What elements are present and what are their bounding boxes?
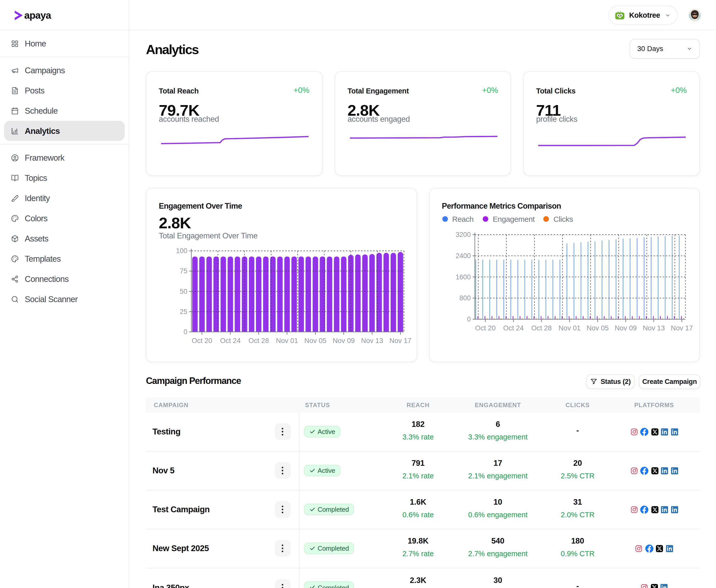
svg-text:Oct 24: Oct 24 xyxy=(503,324,523,332)
svg-text:100: 100 xyxy=(176,247,187,255)
svg-text:2400: 2400 xyxy=(455,252,471,260)
svg-text:25: 25 xyxy=(180,308,187,315)
svg-text:Nov 13: Nov 13 xyxy=(643,324,665,332)
svg-text:Nov 09: Nov 09 xyxy=(614,324,636,332)
svg-text:Nov 17: Nov 17 xyxy=(389,337,411,344)
svg-text:Oct 24: Oct 24 xyxy=(220,337,241,344)
svg-text:Nov 13: Nov 13 xyxy=(361,337,383,344)
svg-text:Nov 17: Nov 17 xyxy=(671,324,693,332)
svg-text:1600: 1600 xyxy=(455,273,471,281)
svg-text:Oct 28: Oct 28 xyxy=(248,337,269,344)
svg-text:0: 0 xyxy=(183,328,187,336)
svg-text:800: 800 xyxy=(459,294,471,302)
svg-text:Nov 01: Nov 01 xyxy=(276,337,298,344)
svg-text:Oct 20: Oct 20 xyxy=(475,324,495,332)
svg-text:Oct 28: Oct 28 xyxy=(531,324,551,332)
svg-text:0: 0 xyxy=(467,315,471,323)
svg-text:Oct 20: Oct 20 xyxy=(192,337,212,344)
svg-text:50: 50 xyxy=(180,288,187,295)
svg-text:75: 75 xyxy=(180,267,187,275)
svg-text:Nov 01: Nov 01 xyxy=(558,324,580,332)
svg-text:Nov 05: Nov 05 xyxy=(586,324,608,332)
svg-text:3200: 3200 xyxy=(455,231,471,238)
svg-text:Nov 05: Nov 05 xyxy=(304,337,326,344)
svg-text:Nov 09: Nov 09 xyxy=(333,337,355,344)
